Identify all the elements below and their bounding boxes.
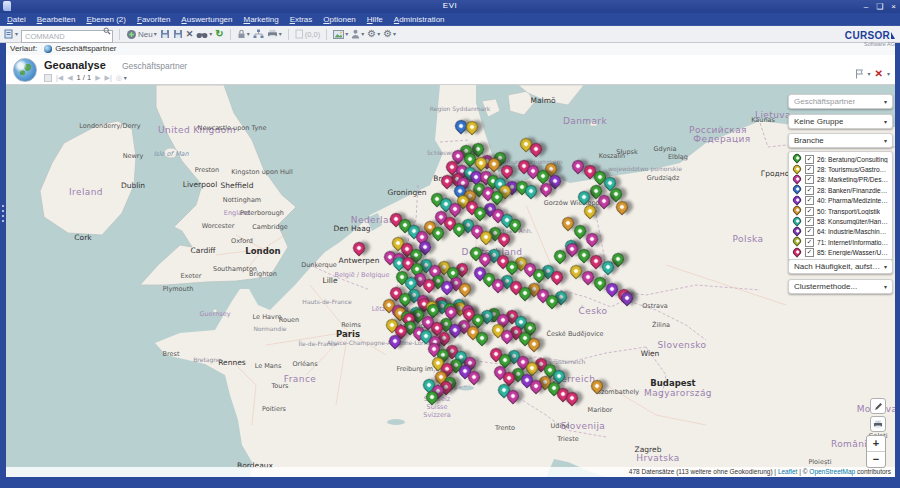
command-input[interactable]	[21, 30, 113, 43]
view-options-button[interactable]: ◎ ▾	[116, 74, 127, 82]
user-button[interactable]: ▾	[351, 29, 364, 39]
category-checkbox[interactable]: ✓	[805, 196, 814, 205]
menu-item-optionen[interactable]: Optionen	[323, 15, 355, 24]
draw-button[interactable]	[870, 398, 886, 414]
map-marker-pin[interactable]	[464, 119, 481, 136]
map-marker-pin[interactable]	[589, 378, 606, 395]
legend-row-50-transport-logistik[interactable]: ✓50: Transport/Logistik	[792, 206, 889, 216]
zoom-in-button[interactable]: +	[867, 436, 885, 452]
category-checkbox[interactable]: ✓	[805, 175, 814, 184]
legend-row-85-energie-wasser-umwelt[interactable]: ✓85: Energie/Wasser/Umwelt	[792, 248, 889, 258]
category-checkbox[interactable]: ✓	[805, 248, 814, 257]
category-checkbox[interactable]: ✓	[805, 238, 814, 247]
toolbar-separator	[288, 29, 289, 40]
geo-map[interactable]: United KingdomIrelandNederlandBelgië / B…	[6, 84, 895, 478]
category-pin-icon	[791, 194, 802, 205]
category-pin-icon	[791, 246, 802, 257]
search-icon[interactable]	[103, 27, 111, 35]
category-checkbox[interactable]: ✓	[805, 186, 814, 195]
save-all-button[interactable]	[173, 29, 183, 39]
category-checkbox[interactable]: ✓	[805, 227, 814, 236]
menu-item-marketing[interactable]: Marketing	[244, 15, 279, 24]
category-checkbox[interactable]: ✓	[805, 207, 814, 216]
category-label: 85: Energie/Wasser/Umwelt	[817, 249, 889, 256]
legend-row-26-beratung-consulting[interactable]: ✓26: Beratung/Consulting	[792, 154, 889, 164]
map-pins-layer	[6, 85, 895, 478]
dropdown-label: Keine Gruppe	[794, 117, 843, 126]
new-record-button[interactable]: Neu ▾	[126, 29, 157, 40]
close-icon[interactable]: ×	[891, 0, 896, 13]
save-button[interactable]	[160, 29, 170, 39]
dropdown-nach-häufigkeit-aufsteigend[interactable]: Nach Häufigkeit, aufsteigend▾	[788, 259, 893, 274]
flag-icon[interactable]	[855, 69, 864, 79]
zoom-control: + −	[866, 435, 886, 468]
category-label: 28: Marketing/PR/Design	[817, 176, 889, 183]
chevron-down-icon: ▾	[209, 31, 212, 37]
legend-row-28-marketing-pr-design[interactable]: ✓28: Marketing/PR/Design	[792, 175, 889, 185]
history-item-geschaeftspartner[interactable]: Geschäftspartner	[44, 44, 116, 53]
leaflet-link[interactable]: Leaflet	[778, 468, 798, 475]
last-record-button[interactable]: ▶|	[105, 74, 112, 82]
close-view-button[interactable]: ✕	[875, 69, 883, 79]
menu-item-hilfe[interactable]: Hilfe	[367, 15, 383, 24]
grid-view-icon[interactable]	[44, 74, 52, 82]
category-pin-icon	[791, 173, 802, 184]
page-title: Geoanalyse	[44, 59, 106, 71]
title-bar: EVI – ❏ ×	[0, 0, 900, 13]
legend-row-28-tourismus-gastronomie[interactable]: ✓28: Tourismus/Gastronomie	[792, 164, 889, 174]
menu-item-administration[interactable]: Administration	[394, 15, 445, 24]
tools-button[interactable]: ⚙ ▾	[383, 29, 396, 39]
legend-row-64-industrie-maschinenbau[interactable]: ✓64: Industrie/Maschinenbau	[792, 227, 889, 237]
menu-item-favoriten[interactable]: Favoriten	[137, 15, 170, 24]
person-icon	[351, 29, 360, 39]
dropdown-keine-gruppe[interactable]: Keine Gruppe▾	[788, 114, 893, 129]
first-record-button[interactable]: |◀	[56, 74, 63, 82]
menu-item-datei[interactable]: Datei	[7, 15, 26, 24]
delete-button[interactable]: ✕	[186, 29, 194, 39]
splitter-grip[interactable]	[2, 205, 4, 207]
menu-item-bearbeiten[interactable]: Bearbeiten	[37, 15, 76, 24]
image-export-button[interactable]: ▾	[333, 30, 348, 39]
legend-row-40-pharma-medizintechnik[interactable]: ✓40: Pharma/Medizintechnik	[792, 196, 889, 206]
legend-row-71-internet-informationstec[interactable]: ✓71: Internet/Informationstec...	[792, 237, 889, 247]
category-pin-icon	[791, 184, 802, 195]
map-marker-pin[interactable]	[351, 240, 368, 257]
restore-icon[interactable]: ❏	[876, 0, 883, 13]
category-pin-icon	[791, 225, 802, 236]
print-button[interactable]: ▾	[267, 29, 282, 39]
page-subtitle: Geschäftspartner	[122, 61, 187, 71]
menu-item-auswertungen[interactable]: Auswertungen	[181, 15, 232, 24]
legend-row-28-banken-finanzdienstlei[interactable]: ✓28: Banken/Finanzdienstlei...	[792, 185, 889, 195]
dropdown-label: Nach Häufigkeit, aufsteigend	[794, 262, 884, 271]
map-print-button[interactable]	[870, 416, 886, 432]
previous-record-button[interactable]: ◀	[67, 74, 72, 82]
dropdown-branche[interactable]: Branche▾	[788, 133, 893, 148]
category-checkbox[interactable]: ✓	[805, 165, 814, 174]
category-checkbox[interactable]: ✓	[805, 155, 814, 164]
next-record-button[interactable]: ▶	[95, 74, 100, 82]
hierarchy-button[interactable]	[253, 29, 264, 39]
minimize-icon[interactable]: –	[864, 0, 868, 13]
sail-icon	[891, 32, 895, 39]
lock-button[interactable]: ▾	[237, 29, 250, 39]
openstreetmap-link[interactable]: OpenStreetMap	[809, 468, 855, 475]
category-checkbox[interactable]: ✓	[805, 217, 814, 226]
chevron-down-icon: ▾	[124, 75, 127, 81]
menu-item-extras[interactable]: Extras	[290, 15, 313, 24]
dropdown-geschäftspartner[interactable]: Geschäftspartner▾	[788, 94, 893, 109]
legend-row-58-konsumgüter-handel[interactable]: ✓58: Konsumgüter/Handel	[792, 216, 889, 226]
map-marker-pin[interactable]	[584, 231, 601, 248]
refresh-button[interactable]: ↻	[215, 29, 223, 39]
dropdown-clustermethode[interactable]: Clustermethode...▾	[788, 279, 893, 294]
settings-button[interactable]: ⚙ ▾	[367, 29, 380, 39]
menu-item-ebenen-2[interactable]: Ebenen (2)	[86, 15, 126, 24]
search-records-button[interactable]: ▾	[196, 30, 212, 39]
chevron-down-icon: ▾	[884, 283, 887, 290]
category-label: 58: Konsumgüter/Handel	[817, 218, 889, 225]
zoom-out-button[interactable]: −	[867, 452, 885, 467]
chevron-down-icon: ▾	[884, 98, 887, 105]
globe-icon	[44, 45, 52, 53]
new-record-icon	[126, 29, 137, 40]
printer-icon	[267, 29, 278, 39]
quick-access-button[interactable]: ▾	[4, 29, 18, 39]
